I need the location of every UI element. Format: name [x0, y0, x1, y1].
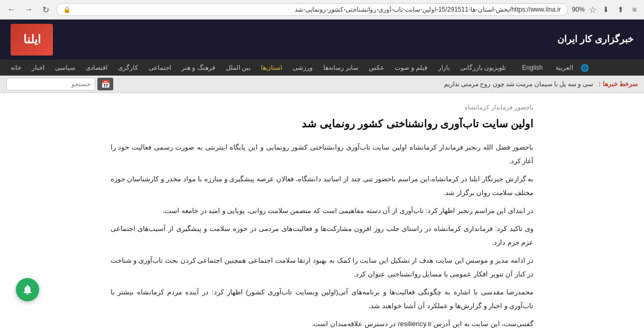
share-icon[interactable]: ⬆: [615, 3, 626, 16]
article-container: باحضور فرماندار کرمانشاه اولین سایت تاب‌…: [95, 93, 550, 329]
nav-item-social[interactable]: اجتماعی: [143, 60, 176, 76]
language-selector: 🌐 العربية English: [516, 60, 588, 76]
article-body: باحضور فضل الله رنجبر فرماندار کرمانشاه …: [111, 141, 534, 329]
nav-item-home[interactable]: خانه: [5, 60, 26, 76]
browser-toolbar: ← → ↻ 🔒 90% ☆ ⬇ ⬆ ≡: [0, 0, 644, 19]
website-content: خبرگزاری کار ایران ایلنا 🌐 العربية Engli…: [0, 20, 644, 329]
refresh-button[interactable]: ↻: [39, 3, 52, 16]
nav-item-international[interactable]: بین الملل: [221, 60, 256, 76]
back-button[interactable]: ←: [5, 3, 18, 16]
article-paragraph-3: در ابتدای این مراسم رنجبر اظهار کرد: تاب…: [111, 204, 534, 218]
article-paragraph-7: گفتنی‌ست، این سایت به این آدرس resilienc…: [111, 317, 534, 329]
menu-icon[interactable]: ≡: [630, 3, 639, 16]
zoom-level: 90%: [572, 6, 585, 13]
nav-item-news[interactable]: اخبار: [26, 60, 50, 76]
nav-arabic[interactable]: العربية: [550, 60, 578, 76]
nav-item-photo[interactable]: عکس: [364, 60, 389, 76]
article-paragraph-5: در ادامه مدیر و موسس این سایت هدف از تشک…: [111, 254, 534, 281]
article-paragraph-1: باحضور فضل الله رنجبر فرماندار کرمانشاه …: [111, 141, 534, 168]
lock-icon: 🔒: [63, 6, 71, 13]
nav-item-bazaar[interactable]: بازار: [433, 60, 455, 76]
article-paragraph-4: وی تاکید کرد: فرمانداری کرمانشاه در راست…: [111, 222, 534, 249]
nav-english[interactable]: English: [516, 60, 548, 76]
nav-item-film[interactable]: فیلم و صوت: [389, 60, 433, 76]
nav-item-tv[interactable]: تلویزیون بازرگانی: [455, 60, 511, 76]
bell-icon: [22, 284, 33, 295]
calendar-icon[interactable]: 📅: [97, 78, 113, 90]
search-ticker-row: سرخط خبرها : سی و سه پل با سیمان مرمت شد…: [0, 76, 644, 93]
article-location: باحضور فرماندار کرمانشاه: [111, 104, 534, 111]
news-ticker: سرخط خبرها : سی و سه پل با سیمان مرمت شد…: [120, 77, 644, 91]
nav-item-other-media[interactable]: سایر رسانه‌ها: [318, 60, 364, 76]
search-area: 📅: [0, 76, 120, 92]
browser-chrome: ← → ↻ 🔒 90% ☆ ⬇ ⬆ ≡: [0, 0, 644, 20]
site-logo: ایلنا: [11, 24, 53, 56]
forward-button[interactable]: →: [22, 3, 35, 16]
site-header: خبرگزاری کار ایران ایلنا: [0, 20, 644, 60]
notification-bell[interactable]: [16, 278, 39, 301]
article-title: اولین سایت تاب‌آوری روانشناختی کشور رونم…: [111, 115, 534, 132]
logo-text: ایلنا: [23, 33, 41, 47]
nav-item-sports[interactable]: ورزشی: [287, 60, 318, 76]
article-paragraph-2: به گزارش خبرنگار ایلنا در کرمانشاه،این م…: [111, 172, 534, 200]
main-nav: 🌐 العربية English تلویزیون بازرگانی بازا…: [0, 60, 644, 76]
star-icon[interactable]: ☆: [589, 5, 596, 15]
search-input[interactable]: [6, 78, 95, 90]
nav-item-labor[interactable]: کارگری: [113, 60, 143, 76]
ticker-text: سی و سه پل با سیمان مرمت شد چون روح مرمت…: [126, 80, 593, 88]
article-paragraph-6: محمدرضا مقدسی با اشاره به چگونگی فعالیت‌…: [111, 285, 534, 313]
nav-item-provinces[interactable]: استان‌ها: [256, 60, 287, 76]
nav-item-economy[interactable]: اقتصادی: [80, 60, 113, 76]
download-icon[interactable]: ⬇: [601, 3, 611, 16]
address-bar: 🔒: [56, 3, 568, 16]
nav-item-culture[interactable]: فرهنگ و هنر: [176, 60, 221, 76]
ticker-label: سرخط خبرها :: [598, 80, 638, 88]
globe-icon: 🌐: [580, 64, 589, 72]
site-title: خبرگزاری کار ایران: [557, 33, 633, 46]
nav-item-political[interactable]: سیاسی: [50, 60, 80, 76]
url-input[interactable]: [74, 6, 561, 13]
